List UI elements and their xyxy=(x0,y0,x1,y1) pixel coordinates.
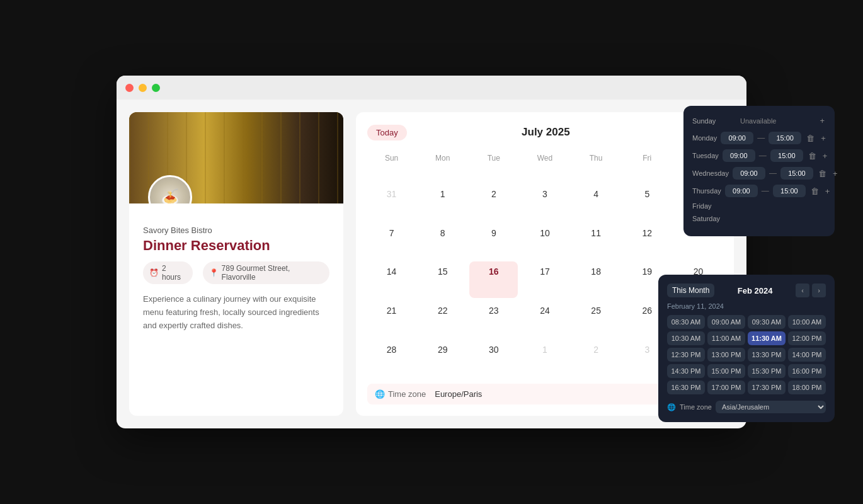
schedule-row-sunday: Sunday Unavailable + xyxy=(692,115,826,127)
add-thursday-button[interactable]: + xyxy=(824,185,832,197)
table-row[interactable]: 15 xyxy=(418,261,467,298)
time-slot[interactable]: 10:30 AM xyxy=(667,331,705,345)
add-monday-button[interactable]: + xyxy=(820,132,827,144)
address-badge: 📍 789 Gourmet Street, Flavorville xyxy=(203,261,329,284)
table-row[interactable]: 22 xyxy=(418,301,467,337)
time-slot[interactable]: 09:30 AM xyxy=(748,315,786,329)
thursday-end-input[interactable] xyxy=(773,185,806,197)
table-row[interactable]: 9 xyxy=(469,223,518,260)
table-row[interactable]: 4 xyxy=(572,184,620,220)
table-row[interactable]: 29 xyxy=(418,340,467,376)
table-row[interactable]: 23 xyxy=(469,301,518,337)
time-slot-selected[interactable]: 11:30 AM xyxy=(748,331,786,345)
time-slot[interactable]: 16:30 PM xyxy=(667,381,705,394)
day-tuesday: Tuesday xyxy=(692,152,719,159)
day-wednesday: Wednesday xyxy=(692,169,729,177)
day-header-thu: Thu xyxy=(572,151,620,181)
close-button[interactable] xyxy=(125,84,134,92)
time-slot[interactable]: 15:30 PM xyxy=(748,364,786,378)
time-slot[interactable]: 16:00 PM xyxy=(788,364,826,378)
wednesday-start-input[interactable] xyxy=(733,167,765,180)
table-row[interactable]: 5 xyxy=(623,184,672,220)
mini-timezone-row: 🌐 Time zone Asia/Jerusalem Europe/Paris … xyxy=(667,401,826,413)
mini-month-title: Feb 2024 xyxy=(738,286,773,295)
schedule-row-thursday: Thursday — 🗑 + xyxy=(692,185,826,197)
table-row[interactable]: 1 xyxy=(418,184,467,220)
location-icon: 📍 xyxy=(209,268,219,277)
description: Experience a culinary journey with our e… xyxy=(143,293,329,332)
time-dash: — xyxy=(759,151,767,160)
table-row[interactable]: 12 xyxy=(623,223,672,260)
table-row[interactable]: 16 xyxy=(469,261,518,298)
schedule-panel: Sunday Unavailable + Monday — 🗑 + Tuesda… xyxy=(683,106,835,236)
mini-prev-button[interactable]: ‹ xyxy=(796,284,809,297)
time-slot[interactable]: 08:30 AM xyxy=(667,315,705,329)
time-dash: — xyxy=(757,134,765,142)
time-slot[interactable]: 11:00 AM xyxy=(707,331,745,345)
maximize-button[interactable] xyxy=(152,84,160,92)
table-row[interactable]: 1 xyxy=(520,340,569,376)
add-wednesday-button[interactable]: + xyxy=(832,168,839,180)
time-slot[interactable]: 14:30 PM xyxy=(667,364,705,378)
time-slot[interactable]: 12:30 PM xyxy=(667,348,705,362)
table-row[interactable]: 7 xyxy=(367,223,416,260)
mini-globe-icon: 🌐 xyxy=(667,403,676,411)
time-grid: 08:30 AM 09:00 AM 09:30 AM 10:00 AM 10:3… xyxy=(667,315,826,394)
table-row[interactable]: 10 xyxy=(520,223,569,260)
titlebar xyxy=(117,76,746,100)
table-row[interactable]: 25 xyxy=(572,301,620,337)
thursday-start-input[interactable] xyxy=(725,185,758,197)
time-slot[interactable]: 12:00 PM xyxy=(788,331,826,345)
time-slot[interactable]: 14:00 PM xyxy=(788,348,826,362)
table-row[interactable]: 21 xyxy=(367,301,416,337)
mini-cal-header: This Month Feb 2024 ‹ › xyxy=(667,284,826,297)
time-slot[interactable]: 18:00 PM xyxy=(788,381,826,394)
day-header-tue: Tue xyxy=(469,151,518,181)
day-header-wed: Wed xyxy=(520,151,569,181)
table-row[interactable]: 3 xyxy=(520,184,569,220)
day-header-mon: Mon xyxy=(418,151,467,181)
delete-wednesday-button[interactable]: 🗑 xyxy=(817,168,828,180)
card-body: Savory Bites Bistro Dinner Reservation ⏰… xyxy=(129,203,343,345)
time-slot[interactable]: 13:30 PM xyxy=(748,348,786,362)
table-row[interactable]: 2 xyxy=(572,340,620,376)
time-slot[interactable]: 17:00 PM xyxy=(707,381,745,394)
restaurant-name: Savory Bites Bistro xyxy=(143,226,329,235)
mini-timezone-select[interactable]: Asia/Jerusalem Europe/Paris America/New_… xyxy=(716,401,826,413)
table-row[interactable]: 18 xyxy=(572,261,620,298)
time-slot[interactable]: 10:00 AM xyxy=(788,315,826,329)
tuesday-end-input[interactable] xyxy=(770,149,803,162)
table-row[interactable]: 30 xyxy=(469,340,518,376)
table-row[interactable]: 24 xyxy=(520,301,569,337)
day-header-sun: Sun xyxy=(367,151,416,181)
duration-text: 2 hours xyxy=(162,264,186,282)
time-slot[interactable]: 13:00 PM xyxy=(707,348,745,362)
add-tuesday-button[interactable]: + xyxy=(821,150,829,162)
table-row[interactable]: 2 xyxy=(469,184,518,220)
add-sunday-button[interactable]: + xyxy=(818,115,826,127)
table-row[interactable]: 28 xyxy=(367,340,416,376)
table-row[interactable]: 8 xyxy=(418,223,467,260)
timezone-label: Time zone xyxy=(388,389,426,399)
time-slot[interactable]: 09:00 AM xyxy=(707,315,745,329)
day-monday: Monday xyxy=(692,134,717,142)
monday-start-input[interactable] xyxy=(721,132,753,144)
time-slot[interactable]: 17:30 PM xyxy=(748,381,786,394)
timezone-icon: 🌐 Time zone xyxy=(375,389,426,399)
table-row[interactable]: 17 xyxy=(520,261,569,298)
monday-end-input[interactable] xyxy=(769,132,801,144)
today-button[interactable]: Today xyxy=(367,125,407,140)
delete-tuesday-button[interactable]: 🗑 xyxy=(807,150,818,162)
time-picker-panel: This Month Feb 2024 ‹ › February 11, 202… xyxy=(658,275,835,422)
tuesday-start-input[interactable] xyxy=(723,149,755,162)
table-row[interactable]: 11 xyxy=(572,223,620,260)
time-slot[interactable]: 15:00 PM xyxy=(707,364,745,378)
this-month-button[interactable]: This Month xyxy=(667,284,714,297)
mini-next-button[interactable]: › xyxy=(812,284,826,297)
table-row[interactable]: 31 xyxy=(367,184,416,220)
delete-thursday-button[interactable]: 🗑 xyxy=(809,185,820,197)
minimize-button[interactable] xyxy=(139,84,147,92)
table-row[interactable]: 14 xyxy=(367,261,416,298)
wednesday-end-input[interactable] xyxy=(780,167,813,180)
delete-monday-button[interactable]: 🗑 xyxy=(805,132,816,144)
